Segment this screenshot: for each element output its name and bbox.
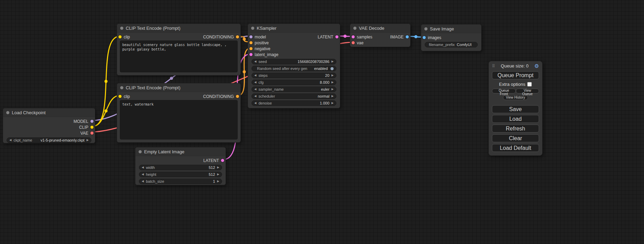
decrement-arrow-icon[interactable]: ◀ — [254, 74, 256, 77]
decrement-arrow-icon[interactable]: ◀ — [254, 95, 256, 98]
model-input-slot[interactable] — [249, 35, 253, 38]
increment-arrow-icon[interactable]: ▶ — [332, 74, 334, 77]
node-empty-latent-image[interactable]: Empty Latent Image LATENT ◀ width 512 ▶ … — [135, 147, 226, 185]
positive-prompt-textarea[interactable]: beautiful scenery nature glass bottle la… — [120, 40, 238, 72]
node-title: CLIP Text Encode (Prompt) — [126, 85, 180, 90]
samples-input-slot[interactable] — [352, 35, 355, 38]
node-clip-text-encode-negative[interactable]: CLIP Text Encode (Prompt) clip CONDITION… — [117, 83, 241, 143]
queue-prompt-button[interactable]: Queue Prompt — [492, 71, 539, 79]
positive-input-slot[interactable] — [249, 41, 253, 44]
node-title-bar[interactable]: Load Checkpoint — [3, 108, 95, 117]
images-input-slot[interactable] — [423, 36, 426, 39]
negative-input-slot[interactable] — [249, 47, 253, 50]
conditioning-output-slot[interactable] — [236, 95, 239, 98]
collapse-dot-icon[interactable] — [139, 150, 142, 153]
node-graph-canvas[interactable]: Load Checkpoint MODEL CLIP VAE — [0, 0, 644, 244]
save-button[interactable]: Save — [492, 105, 539, 113]
widget-scheduler[interactable]: ◀ scheduler normal ▶ — [252, 93, 336, 99]
output-slot-label: CONDITIONING — [203, 94, 234, 99]
widget-label: height — [146, 172, 156, 177]
increment-arrow-icon[interactable]: ▶ — [217, 173, 219, 176]
input-slot-label: latent_image — [255, 52, 279, 57]
latent-output-slot[interactable] — [221, 159, 224, 162]
node-vae-decode[interactable]: VAE Decode samples vae IMAGE — [350, 24, 411, 47]
widget-value: 8.000 — [320, 80, 329, 84]
refresh-button[interactable]: Refresh — [492, 125, 539, 133]
conditioning-output-slot[interactable] — [236, 35, 239, 38]
widget-sampler-name[interactable]: ◀ sampler_name euler ▶ — [252, 87, 336, 92]
decrement-arrow-icon[interactable]: ◀ — [142, 180, 144, 183]
widget-seed[interactable]: ◀ seed 156680208700286 ▶ — [252, 59, 336, 64]
collapse-dot-icon[interactable] — [120, 27, 123, 30]
load-button[interactable]: Load — [492, 115, 539, 123]
widget-ckpt-name[interactable]: ◀ ckpt_name v1-5-pruned-emaonly.ckpt ▶ — [7, 137, 91, 143]
widget-height[interactable]: ◀ height 512 ▶ — [139, 172, 222, 177]
decrement-arrow-icon[interactable]: ◀ — [254, 88, 256, 91]
wire-clip-to-positive-prompt — [92, 36, 120, 126]
image-output-slot[interactable] — [406, 35, 409, 38]
vae-input-slot[interactable] — [352, 41, 355, 44]
collapse-dot-icon[interactable] — [120, 86, 123, 89]
widget-steps[interactable]: ◀ steps 20 ▶ — [252, 73, 336, 78]
widget-denoise[interactable]: ◀ denoise 1.000 ▶ — [252, 100, 336, 106]
extra-options-label: Extra options — [499, 82, 526, 87]
clear-button[interactable]: Clear — [492, 134, 539, 142]
decrement-arrow-icon[interactable]: ◀ — [254, 81, 256, 84]
collapse-dot-icon[interactable] — [6, 111, 9, 114]
model-output-slot[interactable] — [90, 120, 94, 123]
output-slot-label: VAE — [80, 131, 88, 136]
extra-options-row: Extra options — [492, 82, 539, 87]
node-load-checkpoint[interactable]: Load Checkpoint MODEL CLIP VAE — [3, 108, 95, 143]
increment-arrow-icon[interactable]: ▶ — [332, 60, 334, 63]
latent-output-slot[interactable] — [335, 35, 338, 38]
increment-arrow-icon[interactable]: ▶ — [332, 95, 334, 98]
widget-width[interactable]: ◀ width 512 ▶ — [139, 165, 222, 170]
decrement-arrow-icon[interactable]: ◀ — [254, 102, 256, 105]
negative-prompt-textarea[interactable]: text, watermark — [120, 100, 238, 139]
increment-arrow-icon[interactable]: ▶ — [332, 81, 334, 84]
widget-label: Random seed after every gen — [257, 66, 307, 71]
decrement-arrow-icon[interactable]: ◀ — [142, 166, 144, 169]
drag-handle-icon[interactable]: ⠿ — [492, 64, 495, 69]
increment-arrow-icon[interactable]: ▶ — [332, 102, 334, 105]
node-ksampler[interactable]: KSampler model positive negative — [248, 24, 340, 108]
load-default-button[interactable]: Load Default — [492, 144, 539, 152]
output-slot-label: CONDITIONING — [203, 35, 234, 39]
node-title-bar[interactable]: VAE Decode — [350, 24, 410, 33]
latent-image-input-slot[interactable] — [249, 53, 253, 56]
collapse-dot-icon[interactable] — [251, 27, 254, 30]
wire-midpoint-dot-ksampler-latent-to-vae-decode — [344, 35, 347, 38]
output-slot-label: IMAGE — [390, 35, 404, 39]
clip-input-slot[interactable] — [118, 95, 122, 98]
increment-arrow-icon[interactable]: ▶ — [217, 166, 219, 169]
decrement-arrow-icon[interactable]: ◀ — [142, 173, 144, 176]
node-title-bar[interactable]: CLIP Text Encode (Prompt) — [117, 24, 240, 33]
clip-input-slot[interactable] — [118, 35, 122, 38]
node-title-bar[interactable]: CLIP Text Encode (Prompt) — [117, 83, 240, 92]
view-queue-button[interactable]: View Queue — [516, 89, 539, 93]
extra-options-checkbox[interactable] — [527, 82, 532, 87]
increment-arrow-icon[interactable]: ▶ — [87, 139, 89, 142]
widget-cfg[interactable]: ◀ cfg 8.000 ▶ — [252, 80, 336, 85]
widget-label: denoise — [258, 101, 272, 105]
decrement-arrow-icon[interactable]: ◀ — [254, 60, 256, 63]
increment-arrow-icon[interactable]: ▶ — [217, 180, 219, 183]
node-title-bar[interactable]: Empty Latent Image — [135, 147, 226, 156]
collapse-dot-icon[interactable] — [353, 27, 356, 30]
widget-filename-prefix[interactable]: filename_prefix ComfyUI — [425, 42, 478, 47]
view-history-button[interactable]: View History — [503, 95, 528, 100]
node-clip-text-encode-positive[interactable]: CLIP Text Encode (Prompt) clip CONDITION… — [117, 24, 241, 75]
widget-random-seed-toggle[interactable]: Random seed after every gen enabled — [252, 66, 336, 71]
queue-front-button[interactable]: Queue Front — [492, 89, 516, 93]
node-title-bar[interactable]: KSampler — [248, 24, 340, 33]
clip-output-slot[interactable] — [90, 126, 94, 129]
settings-gear-icon[interactable]: ⚙ — [535, 63, 539, 69]
toggle-knob[interactable] — [330, 67, 334, 70]
decrement-arrow-icon[interactable]: ◀ — [9, 139, 11, 142]
node-save-image[interactable]: Save Image images filename_prefix ComfyU… — [421, 24, 482, 51]
widget-batch-size[interactable]: ◀ batch_size 1 ▶ — [139, 179, 222, 184]
vae-output-slot[interactable] — [90, 132, 94, 135]
node-title-bar[interactable]: Save Image — [421, 25, 481, 33]
increment-arrow-icon[interactable]: ▶ — [332, 88, 334, 91]
collapse-dot-icon[interactable] — [424, 27, 427, 30]
